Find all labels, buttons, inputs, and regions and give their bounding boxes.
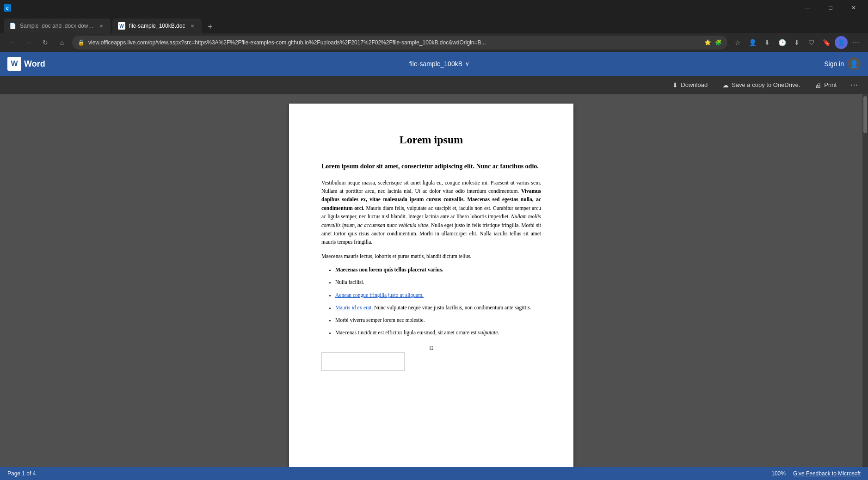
tab-2[interactable]: W file-sample_100kB.doc ✕ [112,18,202,33]
save-icon[interactable]: ⬇ [790,36,803,49]
bookmark-icon[interactable]: 🔖 [820,36,833,49]
more-options-button[interactable]: ⋯ [848,79,861,92]
url-bar[interactable]: 🔒 view.officeapps.live.com/op/view.aspx?… [72,36,727,49]
security-icon[interactable]: 🛡 [805,36,818,49]
forward-button[interactable]: → [22,36,35,49]
tab-1-close[interactable]: ✕ [98,22,105,30]
history-icon[interactable]: 🕑 [776,36,788,49]
downloads-icon[interactable]: ⬇ [761,36,774,49]
sign-in-button[interactable]: Sign in 👤 [824,57,861,70]
document-area[interactable]: Lorem ipsum Lorem ipsum dolor sit amet, … [0,94,862,467]
bullet-item-5-text: Morbi viverra semper lorem nec molestie. [335,317,425,323]
word-toolbar: W Word file-sample_100kB ∨ Sign in 👤 [0,52,868,76]
save-onedrive-button[interactable]: ☁ Save a copy to OneDrive. [719,80,804,91]
bullet-item-3-link[interactable]: Aenean congue fringilla justo ut aliquam… [335,292,424,298]
scrollbar-track[interactable] [862,94,868,467]
print-icon: 🖨 [815,81,821,89]
extensions-icon: 🧩 [715,39,722,46]
status-zoom: 100% [771,470,786,477]
back-button[interactable]: ← [6,36,18,49]
bullet-item-1-text: Maecenas non lorem quis tellus placerat … [335,267,443,272]
tab-2-label: file-sample_100kB.doc [129,23,185,29]
document-bullet-list: Maecenas non lorem quis tellus placerat … [335,266,541,337]
bullet-item-6-text: Maecenas tincidunt est efficitur ligula … [335,330,499,335]
tab-1[interactable]: 📄 Sample .doc and .docx downlo... ✕ [4,18,111,33]
bullet-item-1: Maecenas non lorem quis tellus placerat … [335,266,541,274]
save-onedrive-label: Save a copy to OneDrive. [732,81,800,88]
lock-icon: 🔒 [78,39,85,46]
bullet-item-6: Maecenas tincidunt est efficitur ligula … [335,329,541,337]
bullet-item-2: Nulla facilisi. [335,278,541,286]
doc-title-bar: file-sample_100kB ∨ [55,60,825,68]
document-title: Lorem ipsum [321,131,541,148]
browser-toolbar-icons: ☆ 👤 ⬇ 🕑 ⬇ 🛡 🔖 👤 ⋯ [731,36,862,49]
svg-text:e: e [6,6,9,11]
window-controls: — □ ✕ [797,0,864,15]
word-logo: W Word [7,57,45,71]
chart-label: 12 [321,345,541,351]
tab-1-label: Sample .doc and .docx downlo... [20,23,94,29]
address-bar: ← → ↻ ⌂ 🔒 view.officeapps.live.com/op/vi… [0,33,868,52]
sign-in-avatar: 👤 [848,57,861,70]
status-right: 100% Give Feedback to Microsoft [771,470,861,477]
new-tab-button[interactable]: + [203,20,216,33]
refresh-button[interactable]: ↻ [39,36,52,49]
bullet-item-5: Morbi viverra semper lorem nec molestie. [335,316,541,324]
sign-in-label: Sign in [824,60,844,68]
download-icon: ⬇ [672,81,678,89]
status-page-info: Page 1 of 4 [7,470,771,477]
tab-2-favicon: W [118,22,125,30]
download-label: Download [681,81,708,88]
scrollbar-thumb[interactable] [863,96,867,133]
browser-titlebar: e — □ ✕ [0,0,868,16]
refresh-url-icon: ⭐ [704,39,711,46]
home-button[interactable]: ⌂ [55,36,68,49]
bullet-item-2-text: Nulla facilisi. [335,279,364,285]
status-bar: Page 1 of 4 100% Give Feedback to Micros… [0,467,868,480]
bullet-item-4: Mauris id ex erat. Nunc vulputate neque … [335,304,541,312]
profile-button[interactable]: 👤 [835,36,848,49]
document-paragraph-1: Vestibulum neque massa, scelerisque sit … [321,178,541,246]
onedrive-icon: ☁ [722,81,729,89]
document-heading-1: Lorem ipsum dolor sit amet, consectetur … [321,162,541,171]
collections-icon[interactable]: 👤 [746,36,759,49]
print-button[interactable]: 🖨 Print [811,80,840,91]
url-text: view.officeapps.live.com/op/view.aspx?sr… [88,39,701,46]
print-label: Print [824,81,837,88]
document-paragraph-2: Maecenas mauris lectus, lobortis et puru… [321,252,541,260]
word-logo-icon: W [7,57,21,71]
download-button[interactable]: ⬇ Download [669,80,711,91]
browser-favicon: e [4,4,11,12]
close-button[interactable]: ✕ [843,0,864,15]
status-feedback[interactable]: Give Feedback to Microsoft [793,470,861,477]
tab-1-favicon: 📄 [9,23,16,29]
doc-filename: file-sample_100kB [409,60,462,68]
tab-bar: 📄 Sample .doc and .docx downlo... ✕ W fi… [0,16,868,33]
chart-placeholder [321,352,405,371]
chart-area: 12 [321,345,541,373]
maximize-button[interactable]: □ [820,0,841,15]
action-bar: ⬇ Download ☁ Save a copy to OneDrive. 🖨 … [0,76,868,94]
settings-icon[interactable]: ⋯ [850,36,862,49]
word-app-name: Word [24,59,45,69]
doc-title-chevron[interactable]: ∨ [465,61,469,67]
tab-2-close[interactable]: ✕ [189,22,196,30]
favorites-icon[interactable]: ☆ [731,36,744,49]
bullet-item-3: Aenean congue fringilla justo ut aliquam… [335,291,541,299]
bullet-item-4-link[interactable]: Mauris id ex erat. [335,305,373,310]
document-page: Lorem ipsum Lorem ipsum dolor sit amet, … [289,104,573,467]
minimize-button[interactable]: — [797,0,818,15]
main-content: Lorem ipsum Lorem ipsum dolor sit amet, … [0,94,868,467]
